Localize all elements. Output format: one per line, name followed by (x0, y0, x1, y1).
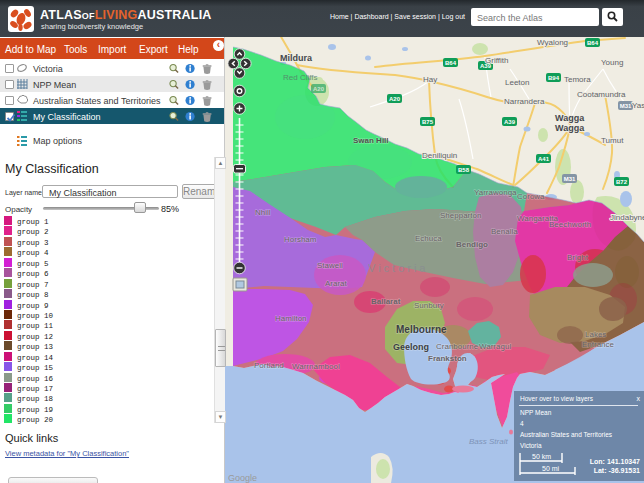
svg-text:Shepparton: Shepparton (440, 211, 481, 220)
svg-text:Bass Strait: Bass Strait (469, 437, 508, 446)
svg-text:B64: B64 (587, 40, 599, 46)
svg-text:Tumut: Tumut (601, 136, 624, 145)
svg-text:Warragul: Warragul (479, 342, 511, 351)
svg-text:Lakes: Lakes (585, 330, 606, 339)
svg-text:B58: B58 (458, 167, 470, 173)
svg-text:M31: M31 (564, 176, 576, 182)
svg-text:Ararat: Ararat (325, 279, 348, 288)
svg-text:Portland: Portland (254, 361, 284, 370)
svg-text:Leeton: Leeton (505, 78, 529, 87)
svg-text:B75: B75 (422, 119, 434, 125)
svg-text:M31: M31 (620, 103, 632, 109)
svg-text:Ballarat: Ballarat (371, 297, 401, 306)
svg-text:Victoria: Victoria (368, 262, 428, 274)
svg-text:Geelong: Geelong (393, 342, 429, 352)
svg-text:B94: B94 (548, 75, 560, 81)
svg-text:Deniliquin: Deniliquin (422, 151, 457, 160)
svg-text:B64: B64 (445, 60, 457, 66)
svg-text:Jindabyne: Jindabyne (610, 213, 644, 222)
svg-text:Red Cliffs: Red Cliffs (283, 73, 318, 82)
svg-text:Beechworth: Beechworth (549, 220, 591, 229)
svg-text:Mildura: Mildura (280, 53, 313, 63)
svg-text:Hamilton: Hamilton (275, 314, 307, 323)
svg-text:Bendigo: Bendigo (456, 240, 488, 249)
svg-text:A20: A20 (389, 96, 401, 102)
svg-text:Corowa: Corowa (517, 192, 545, 201)
svg-text:A20: A20 (313, 86, 325, 92)
svg-text:Yarrawonga: Yarrawonga (474, 188, 517, 197)
svg-text:Warrnambool: Warrnambool (292, 362, 340, 371)
svg-text:Stawell: Stawell (317, 261, 343, 270)
svg-text:Horsham: Horsham (284, 235, 317, 244)
svg-text:Bright: Bright (567, 253, 589, 262)
svg-text:Young: Young (601, 58, 623, 67)
svg-text:Narrandera: Narrandera (504, 97, 545, 106)
svg-text:Nhill: Nhill (255, 208, 271, 217)
svg-text:Wagga: Wagga (555, 113, 585, 123)
svg-text:Google: Google (228, 473, 257, 483)
svg-text:50 km: 50 km (532, 453, 551, 460)
svg-text:Melbourne: Melbourne (396, 324, 447, 335)
svg-text:Temora: Temora (564, 75, 591, 84)
svg-text:Echuca: Echuca (415, 234, 442, 243)
svg-text:Griffith: Griffith (485, 56, 508, 65)
svg-text:A41: A41 (538, 156, 550, 162)
svg-text:50 mi: 50 mi (542, 465, 560, 472)
svg-text:A39: A39 (504, 119, 516, 125)
svg-text:Sunbury: Sunbury (414, 301, 444, 310)
svg-text:Cranbourne: Cranbourne (436, 342, 479, 351)
svg-text:Hay: Hay (423, 75, 437, 84)
svg-text:Swan Hill: Swan Hill (353, 136, 389, 145)
svg-text:Yass: Yass (632, 101, 644, 110)
svg-text:B72: B72 (616, 179, 628, 185)
svg-text:Frankston: Frankston (428, 354, 467, 363)
svg-text:Cootamundra: Cootamundra (577, 90, 626, 99)
svg-text:Wyalong: Wyalong (537, 38, 568, 47)
svg-text:Entrance: Entrance (582, 340, 615, 349)
svg-text:Benalla: Benalla (491, 227, 518, 236)
svg-text:Wagga: Wagga (555, 123, 585, 133)
